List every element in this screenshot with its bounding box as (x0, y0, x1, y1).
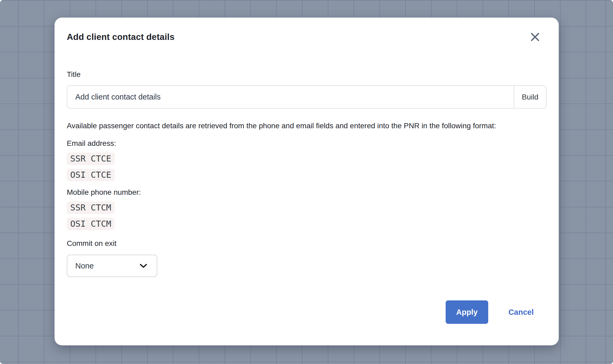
commit-on-exit-select[interactable]: None (67, 255, 157, 277)
commit-on-exit-label: Commit on exit (67, 239, 546, 248)
format-description: Available passenger contact details are … (67, 119, 546, 132)
title-input-group: Build (67, 85, 546, 109)
dialog-title: Add client contact details (67, 32, 175, 42)
dialog-header: Add client contact details (67, 31, 546, 43)
close-button[interactable] (529, 31, 541, 43)
build-button[interactable]: Build (514, 86, 546, 108)
add-client-contact-details-dialog: Add client contact details Title Build A… (55, 18, 559, 345)
code-chip-osi-ctcm: OSI CTCM (67, 218, 115, 230)
apply-button[interactable]: Apply (446, 300, 488, 324)
code-chip-ssr-ctce: SSR CTCE (67, 152, 115, 165)
commit-on-exit-value: None (75, 262, 94, 270)
title-input[interactable] (67, 86, 514, 108)
code-chip-osi-ctce: OSI CTCE (67, 169, 115, 181)
cancel-button[interactable]: Cancel (508, 308, 534, 317)
title-field-label: Title (67, 70, 546, 79)
email-address-label: Email address: (67, 139, 546, 148)
page: Add client contact details Title Build A… (0, 0, 613, 364)
dialog-footer: Apply Cancel (67, 300, 546, 324)
close-icon (530, 32, 540, 42)
mobile-phone-label: Mobile phone number: (67, 188, 546, 197)
code-chip-ssr-ctcm: SSR CTCM (67, 201, 115, 214)
chevron-down-icon (140, 263, 147, 268)
